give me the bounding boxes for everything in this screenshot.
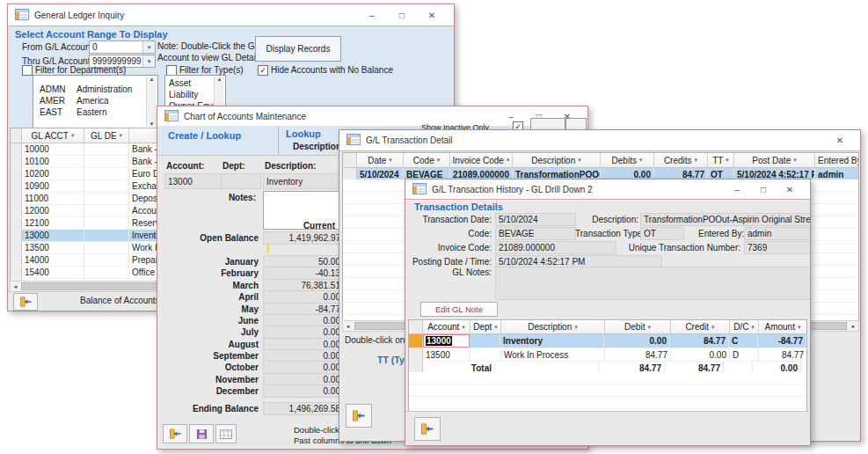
exit-button[interactable] xyxy=(13,293,38,311)
column-header[interactable]: Credits▾ xyxy=(654,153,708,167)
dept-field[interactable] xyxy=(221,173,261,189)
maximize-icon[interactable]: □ xyxy=(389,7,415,23)
month-value[interactable]: 0.00 xyxy=(263,384,344,398)
scroll-down-icon[interactable]: ▼ xyxy=(150,121,155,127)
chevron-down-icon[interactable]: ▾ xyxy=(711,324,715,331)
ending-balance-value[interactable]: 1,496,269.58 xyxy=(263,402,344,415)
chevron-down-icon[interactable]: ▾ xyxy=(793,157,797,164)
minimize-icon[interactable]: – xyxy=(359,7,385,23)
from-account-combo[interactable]: 0 ▾ xyxy=(89,40,156,54)
departments-listbox[interactable]: ADMN Administration AMER America EAST Ea… xyxy=(33,75,158,128)
row-selector-header[interactable] xyxy=(11,128,22,143)
column-header[interactable]: Post Date▾ xyxy=(734,153,815,167)
minimize-icon[interactable]: – xyxy=(724,181,750,197)
list-item[interactable]: ADMN Administration xyxy=(33,84,157,95)
list-item[interactable]: EAST Eastern xyxy=(33,106,157,118)
column-header[interactable]: Entered By▾ xyxy=(815,153,859,167)
column-header[interactable]: Description▾ xyxy=(501,320,605,333)
row-selector[interactable] xyxy=(409,348,423,361)
chevron-down-icon[interactable]: ▾ xyxy=(647,324,651,331)
row-selector[interactable] xyxy=(11,267,22,278)
row-selector[interactable] xyxy=(11,156,22,167)
column-header[interactable]: GL DE▾ xyxy=(84,128,129,143)
column-header[interactable]: Account▾ xyxy=(423,320,470,333)
column-header[interactable]: D/C▾ xyxy=(730,320,759,333)
row-selector[interactable] xyxy=(11,193,22,204)
chevron-down-icon[interactable]: ▾ xyxy=(695,157,698,164)
column-header[interactable]: Debit▾ xyxy=(605,320,671,333)
open-balance-value[interactable]: 1,419,962.97 xyxy=(263,231,344,245)
display-records-button[interactable]: Display Records xyxy=(255,36,341,62)
description-field[interactable]: TransformationPOOut-Aspirin Original Str… xyxy=(640,213,811,226)
chevron-down-icon[interactable]: ▾ xyxy=(389,157,392,164)
exit-button[interactable] xyxy=(414,417,441,441)
column-header[interactable]: Code▾ xyxy=(404,153,450,167)
tab-create-lookup[interactable]: Create / Lookup xyxy=(168,130,241,141)
datasheet-button[interactable] xyxy=(215,424,237,443)
account-cell-editing[interactable]: 13000 xyxy=(423,334,470,348)
entered-by-field[interactable]: admin xyxy=(744,227,811,240)
row-selector[interactable] xyxy=(11,254,22,266)
row-selector[interactable] xyxy=(11,143,22,155)
chevron-down-icon[interactable]: ▾ xyxy=(462,324,465,331)
save-button[interactable] xyxy=(189,424,214,443)
chevron-down-icon[interactable]: ▾ xyxy=(437,157,441,164)
chevron-down-icon[interactable]: ▾ xyxy=(71,132,75,139)
exit-button[interactable] xyxy=(163,424,187,443)
column-header[interactable]: Description▾ xyxy=(513,153,601,167)
current-record-selector[interactable] xyxy=(409,334,423,348)
month-value[interactable]: 0.00 xyxy=(263,290,344,304)
chevron-down-icon[interactable]: ▾ xyxy=(494,324,498,331)
scrollbar[interactable]: ▲ ▼ xyxy=(146,77,157,127)
column-header[interactable]: Invoice Code▾ xyxy=(450,153,513,167)
close-icon[interactable]: ✕ xyxy=(827,133,853,149)
titlebar[interactable]: General Ledger Inquiry – □ ✕ xyxy=(8,4,454,26)
gl-notes-field[interactable] xyxy=(495,267,811,300)
row-selector[interactable] xyxy=(11,230,22,241)
transaction-date-field[interactable]: 5/10/2024 xyxy=(495,213,576,226)
row-selector-header[interactable] xyxy=(343,153,357,167)
filter-departments-checkbox[interactable] xyxy=(22,65,33,76)
list-item[interactable]: AMER America xyxy=(33,95,157,106)
row-selector[interactable] xyxy=(11,168,22,179)
column-header[interactable]: Dept▾ xyxy=(470,320,501,333)
code-field[interactable]: BEVAGE xyxy=(495,227,576,240)
column-header[interactable]: Amount▾ xyxy=(759,320,807,333)
chevron-down-icon[interactable]: ▾ xyxy=(639,157,643,164)
close-icon[interactable]: ✕ xyxy=(777,181,803,197)
hide-no-balance-checkbox[interactable]: ✓ xyxy=(258,65,268,76)
row-selector-header[interactable] xyxy=(409,320,423,333)
row-selector[interactable] xyxy=(11,180,22,192)
utn-field[interactable]: 7369 xyxy=(744,241,811,254)
titlebar[interactable]: G/L Transaction History - GL Drill Down … xyxy=(405,179,810,200)
chevron-down-icon[interactable]: ▾ xyxy=(507,157,510,164)
chevron-down-icon[interactable]: ▾ xyxy=(142,41,155,53)
row-selector[interactable] xyxy=(11,242,22,253)
column-header[interactable]: GL ACCT▾ xyxy=(22,128,84,143)
maximize-icon[interactable]: □ xyxy=(750,181,777,197)
tab-lookup[interactable]: Lookup xyxy=(286,128,321,139)
scroll-up-icon[interactable]: ▲ xyxy=(217,77,222,82)
chevron-down-icon[interactable]: ▾ xyxy=(578,157,581,164)
column-header[interactable]: Debits▾ xyxy=(601,153,654,167)
scroll-left-icon[interactable]: ◄ xyxy=(343,321,353,331)
chevron-down-icon[interactable]: ▾ xyxy=(142,55,155,67)
chevron-down-icon[interactable]: ▾ xyxy=(751,324,755,331)
invoice-code-field[interactable]: 21089.000000 xyxy=(495,241,616,254)
row-selector[interactable] xyxy=(11,217,22,229)
column-header[interactable]: TT▾ xyxy=(708,153,734,167)
column-header[interactable]: Date▾ xyxy=(357,153,404,167)
transaction-type-field[interactable]: OT xyxy=(640,227,684,240)
scroll-up-icon[interactable]: ▲ xyxy=(150,77,155,82)
table-row-selected[interactable]: 13000 Inventory 0.00 84.77 C -84.77 OT xyxy=(409,334,806,348)
close-icon[interactable]: ✕ xyxy=(419,7,445,23)
account-field[interactable]: 13000 xyxy=(164,173,230,189)
scroll-left-icon[interactable]: ◄ xyxy=(11,282,20,291)
row-selector[interactable] xyxy=(343,168,357,180)
chevron-down-icon[interactable]: ▾ xyxy=(798,324,801,331)
titlebar[interactable]: G/L Transaction Detail ✕ xyxy=(339,130,860,151)
edit-gl-note-button[interactable]: Edit GL Note xyxy=(420,302,498,317)
chevron-down-icon[interactable]: ▾ xyxy=(574,324,578,331)
scroll-right-icon[interactable]: ► xyxy=(849,321,858,331)
exit-button[interactable] xyxy=(346,404,372,428)
